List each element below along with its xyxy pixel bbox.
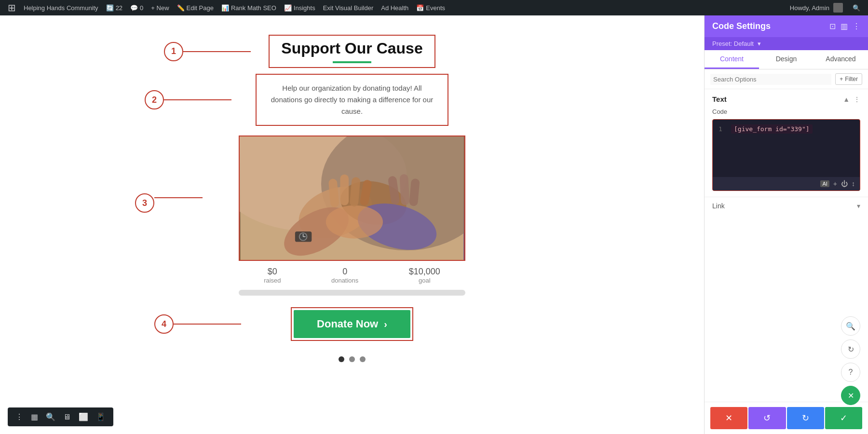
toolbar-tablet-button[interactable]: ⬜ <box>76 410 91 423</box>
expand-icon[interactable]: ⊡ <box>829 22 836 31</box>
preset-label: Preset: Default <box>712 40 754 47</box>
adminbar-edit-page[interactable]: ✏️ Edit Page <box>173 0 217 15</box>
sort-icon[interactable]: ↕ <box>852 180 855 188</box>
adminbar-insights[interactable]: 📈 Insights <box>280 0 319 15</box>
dot-3[interactable] <box>360 356 366 362</box>
float-help-button[interactable]: ? <box>841 363 860 382</box>
insights-icon: 📈 <box>284 4 292 12</box>
wordpress-logo-icon[interactable]: ⊞ <box>4 2 20 14</box>
code-editor[interactable]: 1 [give_form id="339"] AI + ⏻ ↕ <box>712 119 860 191</box>
stat-donations: 0 donations <box>331 267 358 284</box>
adminbar-search[interactable]: 🔍 <box>849 4 864 12</box>
toolbar-mobile-button[interactable]: 📱 <box>93 410 108 423</box>
events-icon: 📅 <box>416 4 424 12</box>
adminbar-new[interactable]: + New <box>147 0 173 15</box>
stat-raised: $0 raised <box>264 267 281 284</box>
text-section-icons: ▲ ⋮ <box>843 95 860 103</box>
adminbar-rank-math[interactable]: 📊 Rank Math SEO <box>217 0 280 15</box>
code-line-1: 1 [give_form id="339"] <box>713 120 860 138</box>
confirm-button[interactable]: ✓ <box>825 407 862 429</box>
adminbar-updates[interactable]: 🔄 22 <box>102 0 126 15</box>
donate-now-button[interactable]: Donate Now › <box>294 310 410 338</box>
stat-goal: $10,000 goal <box>409 267 440 284</box>
search-options-input[interactable] <box>710 74 831 85</box>
tab-content[interactable]: Content <box>705 50 759 69</box>
adminbar-ad-health[interactable]: Ad Health <box>377 0 412 15</box>
image-section: 3 <box>106 136 598 303</box>
annotation-3: 3 <box>135 193 154 213</box>
donate-button-box: Donate Now › <box>291 307 413 341</box>
title-section: 1 Support Our Cause <box>106 35 598 68</box>
chevron-right-icon: › <box>384 319 387 330</box>
page-title: Support Our Cause <box>281 40 422 57</box>
title-underline <box>333 61 371 63</box>
section-more-icon[interactable]: ⋮ <box>854 95 860 103</box>
code-editor-empty <box>713 138 860 177</box>
code-text: [give_form id="339"] <box>731 124 813 134</box>
svg-rect-20 <box>340 175 349 205</box>
cancel-button[interactable]: ✕ <box>710 407 747 429</box>
stats-row: $0 raised 0 donations $10,000 goal <box>239 261 465 288</box>
right-float-icons: 🔍 ↻ ? ✕ <box>841 316 860 405</box>
toolbar-grid-button[interactable]: ▦ <box>28 410 41 423</box>
columns-icon[interactable]: ▥ <box>841 22 848 31</box>
goal-label: goal <box>409 277 440 284</box>
toolbar-desktop-button[interactable]: 🖥 <box>60 411 74 423</box>
float-search-button[interactable]: 🔍 <box>841 316 860 336</box>
title-box: Support Our Cause <box>269 35 435 68</box>
adminbar-exit-builder[interactable]: Exit Visual Builder <box>319 0 378 15</box>
text-section-header: Text ▲ ⋮ <box>712 95 860 103</box>
annotation-3-arrow <box>154 197 212 198</box>
admin-avatar <box>833 3 843 13</box>
update-icon: 🔄 <box>106 4 114 12</box>
desc-section: 2 Help our organization by donating toda… <box>106 74 598 126</box>
float-refresh-button[interactable]: ↻ <box>841 339 860 359</box>
power-icon[interactable]: ⏻ <box>841 180 848 188</box>
description-text: Help our organization by donating today!… <box>271 84 434 115</box>
dot-1[interactable] <box>339 356 344 362</box>
svg-marker-5 <box>197 197 203 198</box>
link-section[interactable]: Link ▾ <box>705 197 868 215</box>
preset-chevron-icon[interactable]: ▾ <box>758 40 761 47</box>
collapse-icon[interactable]: ▲ <box>843 95 850 103</box>
dot-2[interactable] <box>349 356 355 362</box>
donations-value: 0 <box>331 267 358 277</box>
undo-button[interactable]: ↺ <box>748 407 786 429</box>
tab-advanced[interactable]: Advanced <box>814 50 868 69</box>
donation-image <box>239 136 465 261</box>
annotation-1-arrow <box>183 51 260 52</box>
annotation-2-arrow <box>164 99 241 100</box>
progress-bar-wrapper <box>239 290 465 296</box>
ai-tool-icon[interactable]: AI <box>820 180 829 187</box>
float-close-button[interactable]: ✕ <box>841 386 860 405</box>
adminbar-events[interactable]: 📅 Events <box>412 0 449 15</box>
tab-design[interactable]: Design <box>759 50 814 69</box>
filter-button[interactable]: + Filter <box>835 73 862 85</box>
donations-label: donations <box>331 277 358 284</box>
raised-label: raised <box>264 277 281 284</box>
text-section-title: Text <box>712 95 727 103</box>
description-box: Help our organization by donating today!… <box>256 74 448 126</box>
code-editor-toolbar: AI + ⏻ ↕ <box>713 177 860 190</box>
adminbar-howdy[interactable]: Howdy, Admin <box>786 3 847 13</box>
code-label: Code <box>712 108 860 115</box>
redo-button[interactable]: ↻ <box>787 407 824 429</box>
more-options-icon[interactable]: ⋮ <box>853 22 860 31</box>
sidebar-header-icons: ⊡ ▥ ⋮ <box>829 22 860 31</box>
adminbar-right: Howdy, Admin 🔍 <box>786 3 864 13</box>
annotation-2: 2 <box>145 90 164 109</box>
add-element-icon[interactable]: + <box>833 180 837 188</box>
sidebar-search-row: + Filter <box>705 69 868 89</box>
comment-icon: 💬 <box>130 4 138 12</box>
donate-btn-label: Donate Now <box>317 318 378 330</box>
toolbar-search-button[interactable]: 🔍 <box>43 410 58 423</box>
adminbar-comments[interactable]: 💬 0 <box>126 0 147 15</box>
annotation-4-arrow <box>174 324 251 325</box>
annotation-4: 4 <box>154 314 174 334</box>
toolbar-dots-button[interactable]: ⋮ <box>13 410 26 423</box>
annotation-1: 1 <box>164 42 183 61</box>
admin-bar: ⊞ Helping Hands Community 🔄 22 💬 0 + New… <box>0 0 868 15</box>
filter-plus-icon: + <box>840 76 843 82</box>
page-content: 1 Support Our Cause 2 <box>106 35 598 362</box>
adminbar-site-name[interactable]: Helping Hands Community <box>20 0 102 15</box>
